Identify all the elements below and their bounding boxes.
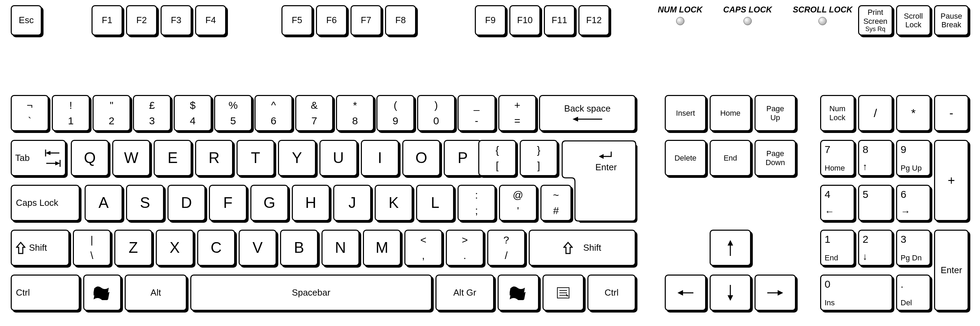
key-arrow-down[interactable]	[710, 275, 751, 311]
key-arrow-up[interactable]	[710, 230, 751, 266]
key-numpad-7[interactable]: 7Home	[820, 140, 855, 176]
key-page-down[interactable]: Page Down	[754, 140, 796, 176]
key-d[interactable]: D	[167, 185, 205, 221]
key-hash[interactable]: ~#	[541, 185, 571, 221]
key-bracket-open[interactable]: {[	[478, 140, 516, 176]
key-apostrophe[interactable]: @'	[499, 185, 537, 221]
key-row1-7[interactable]: &7	[295, 95, 333, 131]
key-row1-11[interactable]: _-	[458, 95, 496, 131]
key-menu[interactable]	[542, 275, 584, 311]
key-g[interactable]: G	[250, 185, 288, 221]
key-y[interactable]: Y	[278, 140, 316, 176]
key-row1-0[interactable]: ¬`	[11, 95, 49, 131]
key-f6[interactable]: F6	[316, 5, 347, 36]
key-win-right[interactable]	[498, 275, 539, 311]
key-f4[interactable]: F4	[195, 5, 226, 36]
key-ctrl-right[interactable]: Ctrl	[587, 275, 636, 311]
key-c[interactable]: C	[197, 230, 235, 266]
key-period[interactable]: >.	[446, 230, 484, 266]
key-numpad-subtract[interactable]: -	[934, 95, 969, 131]
key-row1-6[interactable]: ^6	[255, 95, 293, 131]
key-comma[interactable]: <,	[404, 230, 442, 266]
key-numpad-5[interactable]: 5	[858, 185, 892, 221]
key-shift-left[interactable]: Shift	[11, 230, 69, 266]
key-pause-break[interactable]: Pause Break	[934, 5, 969, 36]
key-row1-3[interactable]: £3	[133, 95, 171, 131]
key-numpad-1[interactable]: 1End	[820, 230, 855, 266]
key-q[interactable]: Q	[71, 140, 109, 176]
key-f10[interactable]: F10	[509, 5, 541, 36]
key-f12[interactable]: F12	[578, 5, 609, 36]
key-numpad-divide[interactable]: /	[858, 95, 892, 131]
key-arrow-right[interactable]	[754, 275, 796, 311]
key-numpad-2[interactable]: 2↓	[858, 230, 892, 266]
key-f11[interactable]: F11	[544, 5, 575, 36]
key-k[interactable]: K	[375, 185, 413, 221]
key-semicolon[interactable]: :;	[458, 185, 496, 221]
key-t[interactable]: T	[237, 140, 275, 176]
key-row1-10[interactable]: )0	[417, 95, 455, 131]
key-f[interactable]: F	[209, 185, 247, 221]
key-w[interactable]: W	[112, 140, 150, 176]
key-scroll-lock[interactable]: Scroll Lock	[896, 5, 931, 36]
key-r[interactable]: R	[195, 140, 233, 176]
key-backslash[interactable]: |\	[73, 230, 111, 266]
key-slash[interactable]: ?/	[487, 230, 525, 266]
key-numpad-8[interactable]: 8↑	[858, 140, 892, 176]
key-a[interactable]: A	[84, 185, 123, 221]
key-s[interactable]: S	[126, 185, 164, 221]
key-l[interactable]: L	[416, 185, 454, 221]
key-row1-5[interactable]: %5	[214, 95, 252, 131]
key-p[interactable]: P	[444, 140, 482, 176]
key-win-left[interactable]	[83, 275, 121, 311]
key-b[interactable]: B	[280, 230, 318, 266]
key-home[interactable]: Home	[710, 95, 751, 131]
key-numpad-3[interactable]: 3Pg Dn	[896, 230, 931, 266]
key-f9[interactable]: F9	[475, 5, 506, 36]
key-e[interactable]: E	[154, 140, 192, 176]
key-j[interactable]: J	[333, 185, 371, 221]
key-bracket-close[interactable]: }]	[520, 140, 558, 176]
key-shift-right[interactable]: Shift	[529, 230, 636, 266]
key-i[interactable]: I	[361, 140, 399, 176]
key-ctrl-left[interactable]: Ctrl	[11, 275, 80, 311]
key-end[interactable]: End	[710, 140, 751, 176]
key-f5[interactable]: F5	[282, 5, 312, 36]
key-spacebar[interactable]: Spacebar	[190, 275, 432, 311]
key-n[interactable]: N	[321, 230, 360, 266]
key-backspace[interactable]: Back space	[539, 95, 636, 131]
key-insert[interactable]: Insert	[665, 95, 706, 131]
key-x[interactable]: X	[156, 230, 194, 266]
key-arrow-left[interactable]	[665, 275, 706, 311]
key-print-screen[interactable]: Print Screen Sys Rq	[858, 5, 892, 36]
key-v[interactable]: V	[239, 230, 277, 266]
key-f8[interactable]: F8	[385, 5, 416, 36]
key-numpad-9[interactable]: 9Pg Up	[896, 140, 931, 176]
key-alt[interactable]: Alt	[125, 275, 187, 311]
key-numpad-multiply[interactable]: *	[896, 95, 931, 131]
key-num-lock[interactable]: Num Lock	[820, 95, 855, 131]
key-m[interactable]: M	[363, 230, 401, 266]
key-caps-lock[interactable]: Caps Lock	[11, 185, 80, 221]
key-esc[interactable]: Esc	[11, 5, 42, 36]
key-row1-12[interactable]: +=	[498, 95, 536, 131]
key-row1-1[interactable]: !1	[52, 95, 90, 131]
key-tab[interactable]: Tab	[11, 140, 66, 176]
key-row1-9[interactable]: (9	[376, 95, 414, 131]
key-numpad-0[interactable]: 0Ins	[820, 275, 892, 311]
key-o[interactable]: O	[402, 140, 440, 176]
key-f3[interactable]: F3	[161, 5, 192, 36]
key-numpad-6[interactable]: 6→	[896, 185, 931, 221]
key-page-up[interactable]: Page Up	[754, 95, 796, 131]
key-row1-4[interactable]: $4	[174, 95, 212, 131]
key-alt-gr[interactable]: Alt Gr	[436, 275, 494, 311]
key-delete[interactable]: Delete	[665, 140, 706, 176]
key-f1[interactable]: F1	[92, 5, 123, 36]
key-f2[interactable]: F2	[126, 5, 157, 36]
key-numpad-enter[interactable]: Enter	[934, 230, 969, 311]
key-z[interactable]: Z	[114, 230, 152, 266]
key-u[interactable]: U	[320, 140, 357, 176]
key-numpad-add[interactable]: +	[934, 140, 969, 221]
key-f7[interactable]: F7	[350, 5, 382, 36]
key-row1-8[interactable]: *8	[336, 95, 374, 131]
